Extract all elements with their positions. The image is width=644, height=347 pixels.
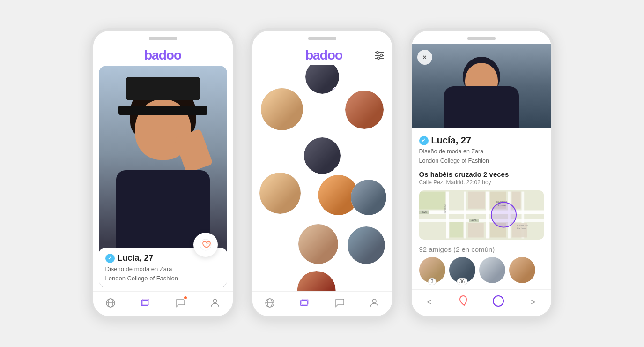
person-avatar-3[interactable]: [345, 91, 384, 129]
friends-title: 92 amigos (2 en común): [419, 245, 544, 253]
phone-3: × Lucía, 27 Diseño de moda en Zara Londo…: [409, 28, 554, 319]
svg-point-20: [372, 299, 376, 303]
person-avatar-8[interactable]: [298, 224, 338, 264]
svg-rect-22: [419, 211, 544, 214]
svg-point-47: [493, 296, 503, 306]
hat-brim-decoration: [118, 106, 207, 115]
svg-rect-31: [468, 192, 485, 209]
like-button[interactable]: [193, 233, 218, 257]
nav2-cards[interactable]: [298, 296, 311, 309]
svg-point-8: [213, 299, 217, 303]
friend-avatar-4[interactable]: [509, 257, 535, 283]
phone3-content: Lucía, 27 Diseño de moda en Zara London …: [412, 128, 551, 289]
person-avatar-1[interactable]: [305, 65, 339, 94]
profile3-info: Diseño de moda en Zara London College of…: [419, 147, 544, 166]
bottom-nav-3: < >: [412, 289, 551, 316]
crossed-title: Os habéis cruzado 2 veces: [419, 170, 544, 178]
friend-count-1: 3: [428, 278, 437, 285]
friend-avatar-3[interactable]: [479, 257, 505, 283]
phone2-header: badoo: [252, 44, 392, 65]
svg-rect-26: [486, 192, 489, 239]
svg-point-44: [491, 202, 516, 227]
person-avatar-7[interactable]: [351, 180, 386, 215]
nav3-chat[interactable]: [492, 294, 505, 309]
close-button[interactable]: ×: [417, 50, 432, 65]
nav2-profile[interactable]: [368, 296, 381, 309]
profile3-name-row: Lucía, 27: [419, 135, 544, 146]
person-avatar-5[interactable]: [259, 173, 301, 214]
profile-top-photo: ×: [412, 44, 551, 128]
nav-profile[interactable]: [208, 296, 222, 309]
svg-text:Gardens: Gardens: [517, 227, 526, 230]
nav3-heart[interactable]: [458, 295, 471, 309]
nav2-chat[interactable]: [333, 296, 346, 309]
person-avatar-9[interactable]: [348, 226, 385, 264]
nav3-back[interactable]: <: [422, 295, 437, 309]
phone1-header: badoo: [93, 44, 233, 66]
svg-point-10: [376, 52, 378, 54]
phones-container: badoo: [81, 19, 563, 328]
svg-rect-29: [419, 192, 445, 210]
friend-avatar-2[interactable]: 36: [449, 257, 475, 283]
person-avatar-4[interactable]: [304, 137, 341, 174]
friend-avatar-1[interactable]: 3: [419, 257, 445, 283]
profile-job: Diseño de moda en Zara: [105, 264, 221, 274]
chat-notification-dot: [183, 295, 188, 300]
nav-globe[interactable]: [104, 296, 117, 309]
friends-count: 92 amigos: [419, 245, 452, 253]
nav2-globe[interactable]: [263, 296, 276, 309]
map-container[interactable]: Patrick St Tavistock Square B326 A400 Ca…: [419, 190, 544, 240]
svg-text:A400: A400: [471, 219, 476, 222]
friends-section: 92 amigos (2 en común) 3 36: [419, 245, 544, 283]
profile3-name: Lucía, 27: [431, 135, 472, 146]
profile-photo-container: Lucía, 27 Diseño de moda en Zara London …: [99, 66, 227, 287]
svg-rect-34: [468, 223, 483, 237]
friends-row: 3 36: [419, 257, 544, 283]
profile-school: London College of Fashion: [105, 274, 221, 283]
profile3-job: Diseño de moda en Zara: [419, 147, 544, 156]
phone-2: badoo: [250, 28, 395, 319]
svg-point-12: [380, 54, 382, 57]
phone-1: badoo: [90, 28, 236, 319]
hat-decoration: [126, 77, 200, 100]
nav-chat[interactable]: [174, 296, 187, 309]
nav3-forward[interactable]: >: [526, 295, 540, 309]
friends-common: (2 en común): [453, 245, 495, 253]
svg-rect-30: [449, 222, 463, 237]
crossed-subtitle: Calle Pez, Madrid. 22:02 hoy: [419, 179, 544, 186]
svg-rect-25: [464, 192, 466, 239]
profile-info: Diseño de moda en Zara London College of…: [105, 264, 221, 283]
people-grid: [252, 65, 392, 291]
svg-point-14: [377, 57, 379, 60]
badoo-logo-1: badoo: [93, 48, 233, 63]
profile3-school: London College of Fashion: [419, 156, 544, 166]
svg-text:B326: B326: [421, 211, 426, 213]
svg-rect-24: [446, 192, 449, 239]
person-avatar-2[interactable]: [261, 88, 303, 130]
badoo-logo-2: badoo: [305, 48, 342, 63]
verified-badge: [105, 254, 115, 263]
svg-rect-23: [419, 219, 544, 222]
svg-text:Cafe in the: Cafe in the: [517, 225, 528, 227]
svg-text:Patrick St: Patrick St: [444, 204, 446, 214]
friend-count-2: 36: [457, 278, 467, 285]
bottom-nav-1: [93, 291, 233, 316]
profile-name: Lucía, 27: [118, 253, 154, 263]
bottom-nav-2: [252, 291, 392, 316]
person-avatar-10[interactable]: [297, 271, 335, 291]
filter-button[interactable]: [374, 51, 385, 60]
profile3-verified-badge: [419, 136, 429, 145]
nav-cards[interactable]: [139, 296, 152, 309]
